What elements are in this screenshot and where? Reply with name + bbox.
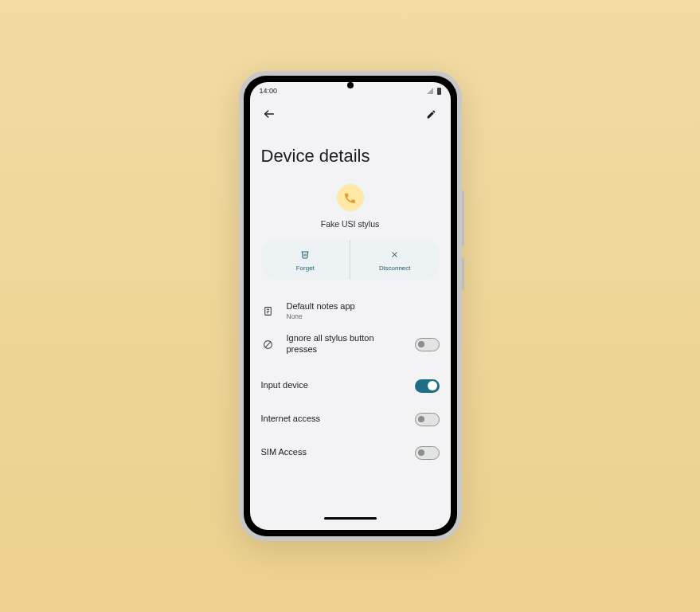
back-button[interactable] (258, 103, 280, 125)
internet-access-label: Internet access (261, 414, 401, 425)
device-name: Fake USI stylus (321, 219, 380, 229)
default-notes-title: Default notes app (287, 301, 440, 312)
status-time: 14:00 (260, 87, 278, 95)
internet-access-row[interactable]: Internet access (261, 402, 440, 436)
block-icon (261, 339, 276, 350)
signal-icon (427, 88, 433, 94)
phone-bezel: 14:00 Device details (244, 76, 457, 536)
nav-bar[interactable] (250, 517, 451, 530)
screen: 14:00 Device details (250, 82, 451, 530)
default-notes-value: None (287, 312, 440, 320)
sim-access-toggle[interactable] (415, 446, 440, 460)
action-row: Forget Disconnect (261, 240, 440, 280)
ignore-buttons-toggle[interactable] (415, 338, 440, 351)
device-icon-circle (337, 184, 364, 211)
front-camera (347, 82, 354, 88)
ignore-buttons-title: Ignore all stylus button presses (287, 333, 401, 355)
forget-label: Forget (296, 265, 315, 272)
input-device-row[interactable]: Input device (261, 369, 440, 402)
ignore-buttons-row[interactable]: Ignore all stylus button presses (261, 328, 440, 361)
nav-pill (324, 517, 377, 520)
content-area: Device details Fake USI stylus Forget (250, 128, 451, 517)
phone-frame: 14:00 Device details (239, 71, 462, 541)
phone-icon (343, 191, 357, 205)
volume-rocker (462, 190, 464, 246)
app-bar (250, 100, 451, 128)
arrow-back-icon (263, 108, 276, 120)
input-device-label: Input device (261, 380, 401, 391)
pencil-icon (426, 109, 436, 120)
default-notes-row[interactable]: Default notes app None (261, 294, 440, 328)
close-icon (390, 248, 399, 262)
status-indicators (427, 88, 441, 95)
svg-line-8 (265, 341, 271, 347)
device-hero: Fake USI stylus (261, 184, 440, 229)
battery-icon (437, 88, 441, 95)
sim-access-label: SIM Access (261, 447, 401, 458)
edit-button[interactable] (420, 103, 443, 125)
power-button (462, 258, 464, 290)
page-title: Device details (261, 146, 440, 167)
forget-button[interactable]: Forget (261, 240, 351, 280)
disconnect-button[interactable]: Disconnect (350, 240, 440, 280)
internet-access-toggle[interactable] (415, 413, 440, 426)
input-device-toggle[interactable] (415, 379, 440, 393)
notes-icon (261, 306, 276, 316)
trash-icon (300, 248, 310, 262)
sim-access-row[interactable]: SIM Access (261, 436, 440, 469)
disconnect-label: Disconnect (379, 265, 411, 272)
